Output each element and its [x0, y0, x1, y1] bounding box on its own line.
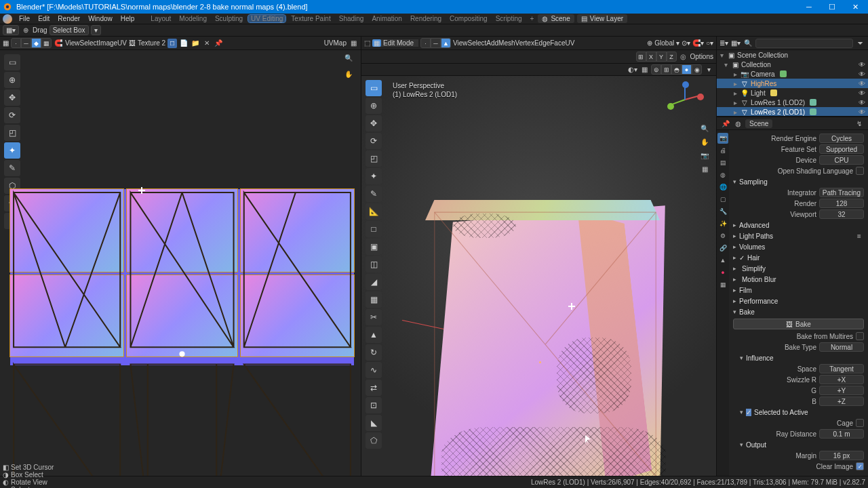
sel2active-header[interactable]: ▾✓Selected to Active [740, 407, 864, 418]
scale-tool-3d[interactable]: ◰ [366, 150, 382, 167]
render-samples[interactable]: 128 [819, 199, 864, 208]
uv-menu-uv[interactable]: UV [117, 39, 127, 47]
smooth-tool[interactable]: ∿ [366, 362, 382, 378]
tab-viewlayer[interactable]: ▤ [717, 157, 728, 168]
viewlayer-dropdown[interactable]: ▤View Layer [577, 14, 627, 23]
bevel-tool[interactable]: ◢ [366, 274, 382, 290]
simplify-header[interactable]: ▸Simplify [733, 263, 864, 274]
tab-scripting[interactable]: Scripting [493, 15, 525, 22]
film-header[interactable]: ▸Film [733, 285, 864, 296]
unlink-image-icon[interactable]: ✕ [202, 39, 212, 48]
annotate-tool[interactable]: ✎ [4, 160, 20, 176]
orientation-dd[interactable]: ⊕ Global ▾ [647, 39, 679, 47]
cursor-tool-3d[interactable]: ⊕ [366, 98, 382, 114]
outliner-row[interactable]: ▸▽LowRes 2 (LOD1)👁 [717, 107, 868, 117]
vp-menu-select[interactable]: Select [468, 39, 487, 47]
tab-scene[interactable]: ◍ [717, 169, 728, 180]
outliner-row[interactable]: ▸💡Light👁 [717, 88, 868, 98]
vp-menu-view[interactable]: View [453, 39, 468, 47]
shear-tool[interactable]: ◣ [366, 415, 382, 431]
performance-header[interactable]: ▸Performance [733, 296, 864, 306]
pivot-dd[interactable]: ⊙▾ [682, 39, 690, 47]
tab-texture-paint[interactable]: Texture Paint [288, 15, 333, 22]
mode-dropdown[interactable]: ▦Edit Mode [372, 39, 418, 47]
measure-tool[interactable]: 📐 [366, 203, 382, 220]
scene-name[interactable]: Scene [745, 119, 772, 128]
hair-header[interactable]: ▸✓Hair [733, 252, 864, 263]
menu-file[interactable]: File [19, 15, 30, 22]
output-header[interactable]: ▾Output [740, 439, 864, 450]
vp-menu-vertex[interactable]: Vertex [515, 39, 534, 47]
tab-output[interactable]: 🖨 [717, 145, 728, 156]
vp-menu-mesh[interactable]: Mesh [498, 39, 515, 47]
filter-icon[interactable]: ⏷ [856, 39, 865, 48]
sel2active-checkbox[interactable]: ✓ [746, 409, 751, 416]
new-image-icon[interactable]: 📄 [179, 39, 189, 48]
annotate-tool-3d[interactable]: ✎ [366, 186, 382, 202]
ray-distance[interactable]: 0.1 m [819, 429, 864, 439]
outliner-row[interactable]: ▾▣Collection👁 [717, 60, 868, 69]
outliner-row[interactable]: ▸▽HighRes👁 [717, 79, 868, 88]
hand-icon[interactable]: ✋ [344, 70, 357, 83]
move-tool-3d[interactable]: ✥ [366, 115, 382, 131]
eye-icon[interactable]: 👁 [859, 80, 867, 87]
tab-rendering[interactable]: Rendering [408, 15, 444, 22]
menu-render[interactable]: Render [58, 15, 80, 22]
transform-gizmos[interactable]: ⊞XYZ [636, 52, 677, 62]
feature-set-dd[interactable]: Supported [819, 144, 864, 154]
outliner-search[interactable] [755, 39, 853, 48]
properties-body[interactable]: Render EngineCycles Feature SetSupported… [729, 130, 868, 476]
spin-tool[interactable]: ↻ [366, 344, 382, 361]
outliner-display-dd[interactable]: ▦▾ [731, 39, 741, 47]
tab-render[interactable]: 📷 [717, 133, 728, 144]
tab-object[interactable]: ▢ [717, 194, 728, 205]
menu-window[interactable]: Window [88, 15, 113, 22]
eye-icon[interactable]: 👁 [859, 99, 867, 106]
outliner-row[interactable]: ▸▽LowRes 1 (LOD2)👁 [717, 98, 868, 107]
uv-menu-image[interactable]: Image [98, 39, 117, 47]
snap-dd[interactable]: 🧲▾ [692, 39, 704, 47]
uv-editor-type[interactable]: ▦ [3, 39, 9, 47]
transform-tool-3d[interactable]: ✦ [366, 168, 382, 184]
xray-icon[interactable]: ▦ [639, 65, 649, 75]
select-mode[interactable]: Select Box [50, 25, 89, 35]
tab-texture[interactable]: ▦ [717, 279, 728, 290]
data-path-icon[interactable]: ↯ [854, 119, 864, 128]
render-engine-dd[interactable]: Cycles [819, 134, 864, 143]
shading-opts-icon[interactable]: ▾ [704, 65, 713, 75]
motionblur-header[interactable]: ▸Motion Blur [733, 274, 864, 285]
swizzle-r[interactable]: +X [819, 375, 864, 384]
open-image-icon[interactable]: 📁 [191, 39, 200, 48]
tab-mesh[interactable]: ▲ [717, 255, 728, 266]
edgeslide-tool[interactable]: ⇄ [366, 380, 382, 396]
camera-icon[interactable]: 📷 [700, 150, 709, 160]
select-box-tool[interactable]: ▭ [366, 80, 382, 96]
integrator-dd[interactable]: Path Tracing [819, 188, 864, 197]
eye-icon[interactable]: 👁 [859, 89, 867, 97]
space-dd[interactable]: Tangent [819, 364, 864, 373]
panel-light-paths[interactable]: ▸Light Paths≡ [733, 230, 864, 241]
mesh-select-mode[interactable]: ·─▲ [420, 38, 451, 48]
tab-shading[interactable]: Shading [336, 15, 367, 22]
swizzle-b[interactable]: +Z [819, 396, 864, 406]
add-cube-tool[interactable]: □ [366, 221, 382, 237]
tab-material[interactable]: ● [717, 267, 728, 278]
uv-select-mode-group[interactable]: ·─◆▦ [11, 38, 52, 48]
inset-tool[interactable]: ◫ [366, 256, 382, 272]
select-mode-dd[interactable]: ▾ [91, 25, 101, 35]
vp-menu-edge[interactable]: Edge [534, 39, 550, 47]
zoom-icon[interactable]: 🔍 [344, 54, 357, 66]
tab-uv-editing[interactable]: UV Editing [248, 15, 285, 22]
proportional-dd[interactable]: ○▾ [706, 39, 713, 47]
menu-help[interactable]: Help [121, 15, 135, 22]
gizmo-toggle-icon[interactable]: ◎ [679, 52, 688, 62]
3d-viewport-body[interactable]: ▭ ⊕ ✥ ⟳ ◰ ✦ ✎ 📐 □ ▣ ◫ ◢ ▦ ✂ ▲ ↻ ∿ ⇄ ⊡ ◣ [361, 76, 716, 476]
outliner[interactable]: ▾▣Scene Collection ▾▣Collection👁▸📷Camera… [717, 50, 868, 117]
shrink-tool[interactable]: ⊡ [366, 397, 382, 413]
polybuild-tool[interactable]: ▲ [366, 327, 382, 343]
cursor-tool[interactable]: ⊕ [4, 72, 20, 88]
eye-icon[interactable]: 👁 [859, 108, 867, 116]
bake-button[interactable]: 🖼Bake [733, 319, 864, 329]
device-dd[interactable]: CPU [819, 155, 864, 165]
outliner-row[interactable]: ▸📷Camera👁 [717, 69, 868, 79]
